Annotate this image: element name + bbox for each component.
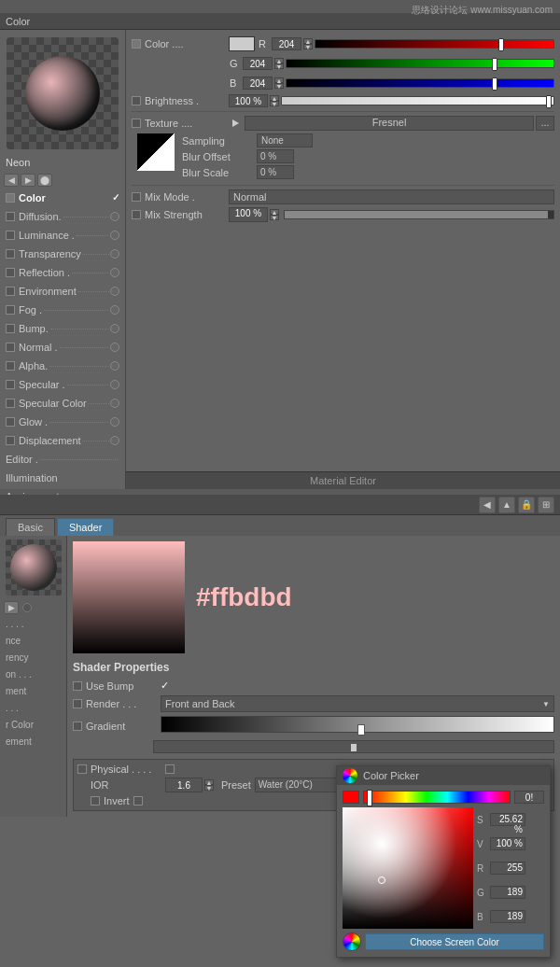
sampling-dropdown[interactable]: None [257, 133, 313, 147]
luminance-checkbox[interactable] [6, 231, 15, 240]
normal-circle[interactable] [110, 343, 119, 352]
glow-checkbox[interactable] [6, 417, 15, 427]
brightness-thumb[interactable] [546, 95, 552, 108]
tab-shader[interactable]: Shader [57, 518, 114, 536]
brightness-arrows[interactable]: ▲ ▼ [270, 95, 279, 106]
physical-cb[interactable] [77, 764, 87, 774]
mix-strength-arrows[interactable]: ▲ ▼ [270, 209, 279, 220]
gradient-position-thumb[interactable] [350, 743, 357, 752]
b-input[interactable] [243, 77, 273, 90]
ior-down[interactable]: ▼ [204, 785, 214, 791]
specular-checkbox[interactable] [6, 380, 15, 389]
gradient-cb[interactable] [73, 722, 82, 731]
mini-material-preview[interactable] [6, 540, 62, 596]
nav-back-icon[interactable]: ◀ [479, 497, 496, 513]
diffusion-checkbox[interactable] [6, 212, 15, 221]
cp-hue-thumb[interactable] [367, 790, 372, 806]
nav-up-icon[interactable]: ▲ [498, 497, 515, 513]
gradient-bar[interactable] [161, 716, 554, 733]
nav-expand-icon[interactable]: ⊞ [538, 497, 554, 513]
mix-mode-dropdown[interactable]: Normal [229, 189, 554, 204]
mix-mode-cb[interactable] [132, 192, 141, 202]
g-arrows[interactable]: ▲ ▼ [274, 58, 284, 69]
mix-strength-input[interactable]: 100 % [229, 207, 268, 222]
sidebar-item-editor[interactable]: Editor . [0, 450, 125, 469]
next-material-btn[interactable]: ▶ [21, 174, 35, 187]
texture-preview[interactable] [137, 133, 175, 171]
b-down[interactable]: ▼ [274, 83, 284, 89]
render-dropdown[interactable]: Front and Back ▼ [161, 695, 554, 712]
b-thumb[interactable] [492, 77, 497, 91]
sidebar-item-illumination[interactable]: Illumination [0, 469, 125, 487]
bump-circle[interactable] [110, 324, 119, 333]
invert-check-cb[interactable] [133, 796, 143, 806]
transparency-circle[interactable] [110, 249, 119, 259]
specular-color-circle[interactable] [110, 399, 119, 408]
glow-circle[interactable] [110, 417, 119, 427]
environment-circle[interactable] [110, 287, 119, 296]
specular-color-checkbox[interactable] [6, 399, 15, 408]
sidebar-item-normal[interactable]: Normal . [0, 338, 125, 357]
reflection-circle[interactable] [110, 268, 119, 277]
sidebar-item-color[interactable]: Color ✓ [0, 189, 125, 207]
g-slider[interactable] [286, 59, 554, 68]
g-thumb[interactable] [492, 58, 497, 71]
g-input[interactable] [243, 57, 273, 70]
nav-lock-icon[interactable]: 🔒 [518, 497, 535, 513]
mix-strength-slider[interactable] [284, 210, 554, 219]
transparency-checkbox[interactable] [6, 249, 15, 259]
sidebar-item-reflection[interactable]: Reflection . [0, 263, 125, 282]
environment-checkbox[interactable] [6, 287, 15, 296]
physical-enable-cb[interactable] [165, 764, 175, 774]
sidebar-item-displacement[interactable]: Displacement [0, 431, 125, 450]
prev-material-btn[interactable]: ◀ [4, 174, 19, 187]
sidebar-item-alpha[interactable]: Alpha. [0, 357, 125, 375]
alpha-checkbox[interactable] [6, 361, 15, 371]
b-arrows[interactable]: ▲ ▼ [274, 77, 284, 89]
color-checkbox[interactable] [6, 193, 15, 203]
tab-basic[interactable]: Basic [6, 518, 55, 536]
cp-color-wheel-icon[interactable] [343, 932, 361, 951]
brightness-input[interactable] [229, 94, 268, 107]
gradient-position-bar[interactable] [153, 740, 554, 753]
sidebar-item-specular[interactable]: Specular . [0, 375, 125, 394]
sidebar-item-transparency[interactable]: Transparency [0, 245, 125, 263]
sidebar-item-fog[interactable]: Fog . [0, 301, 125, 319]
r-down[interactable]: ▼ [303, 44, 313, 49]
alpha-circle[interactable] [110, 361, 119, 371]
normal-checkbox[interactable] [6, 343, 15, 352]
sidebar-item-luminance[interactable]: Luminance . [0, 226, 125, 245]
mix-down[interactable]: ▼ [270, 215, 279, 220]
texture-dots-btn[interactable]: ... [536, 116, 554, 131]
sidebar-item-environment[interactable]: Environment [0, 282, 125, 301]
sidebar-item-specular-color[interactable]: Specular Color [0, 394, 125, 413]
material-options-btn[interactable]: ⬤ [37, 174, 52, 187]
texture-cb[interactable] [132, 119, 141, 128]
sidebar-item-glow[interactable]: Glow . [0, 413, 125, 431]
shader-preview-box[interactable] [73, 541, 185, 653]
color-swatch[interactable] [229, 36, 255, 51]
cp-hue-slider[interactable] [363, 791, 511, 804]
r-slider[interactable] [315, 39, 554, 49]
cp-hex-input[interactable] [514, 791, 544, 804]
mini-prev-btn[interactable]: ▶ [4, 601, 19, 614]
material-preview[interactable] [7, 37, 119, 149]
blur-scale-val[interactable]: 0 % [257, 165, 294, 179]
sidebar-item-bump[interactable]: Bump. [0, 319, 125, 338]
gradient-thumb1[interactable] [357, 724, 365, 736]
specular-circle[interactable] [110, 380, 119, 389]
use-bump-cb[interactable] [73, 681, 82, 691]
brightness-down[interactable]: ▼ [270, 101, 279, 106]
displacement-circle[interactable] [110, 436, 119, 445]
mix-strength-cb[interactable] [132, 210, 141, 219]
render-cb[interactable] [73, 699, 82, 708]
ior-arrows[interactable]: ▲ ▼ [204, 779, 214, 791]
sidebar-item-diffusion[interactable]: Diffusion. [0, 207, 125, 226]
cp-gradient-box[interactable] [343, 807, 473, 929]
fog-checkbox[interactable] [6, 305, 15, 315]
ior-input[interactable] [165, 778, 203, 792]
r-input[interactable] [272, 37, 301, 50]
bump-checkbox[interactable] [6, 324, 15, 333]
fresnel-btn[interactable]: Fresnel [245, 116, 534, 131]
mini-circle-btn[interactable] [22, 603, 32, 612]
